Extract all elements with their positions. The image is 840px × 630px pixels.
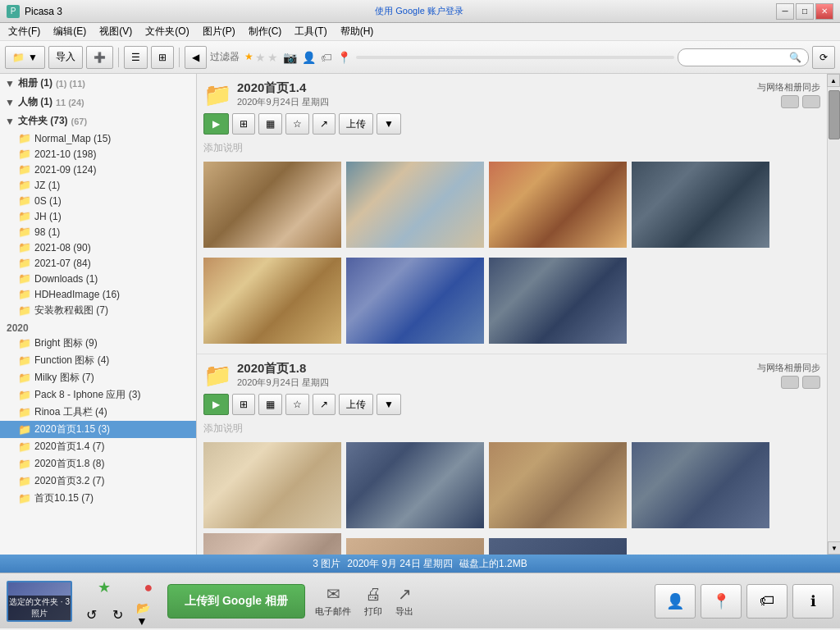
photo-thumb-7[interactable] bbox=[489, 258, 627, 344]
grid-view-button[interactable]: ⊞ bbox=[151, 46, 174, 69]
sidebar-item-2020-3-2[interactable]: 📁2020首页3.2 (7) bbox=[0, 472, 196, 490]
export-btn-1[interactable]: ↗ bbox=[313, 113, 336, 135]
video-btn-2[interactable]: ▦ bbox=[258, 394, 282, 415]
play-slideshow-btn-1[interactable]: ▶ bbox=[203, 113, 229, 135]
photo-thumb-8[interactable] bbox=[203, 442, 341, 528]
sync-toggle-1[interactable] bbox=[781, 95, 799, 108]
maximize-button[interactable]: □ bbox=[796, 3, 814, 20]
sidebar-item-homepage-10-15[interactable]: 📁首页10.15 (7) bbox=[0, 490, 196, 507]
red-circle-btn[interactable]: ● bbox=[136, 576, 161, 600]
star-btn-1[interactable]: ☆ bbox=[285, 113, 309, 135]
sidebar-item-2021-09[interactable]: 📁2021-09 (124) bbox=[0, 162, 196, 177]
sidebar-section-folders[interactable]: ▼ 文件夹 (73) (67) bbox=[0, 112, 196, 130]
album-desc-2[interactable]: 添加说明 bbox=[203, 422, 820, 436]
menu-tools[interactable]: 工具(T) bbox=[290, 23, 331, 40]
menu-edit[interactable]: 编辑(E) bbox=[48, 23, 91, 40]
photo-thumb-4[interactable] bbox=[632, 162, 769, 248]
selected-preview[interactable]: 选定的文件夹 · 3 照片 bbox=[7, 581, 72, 622]
sidebar-section-albums[interactable]: ▼ 相册 (1) (1) (11) bbox=[0, 74, 196, 93]
sidebar-item-milky[interactable]: 📁Milky 图标 (7) bbox=[0, 369, 196, 386]
photo-thumb-12[interactable] bbox=[203, 533, 341, 555]
sidebar-item-rinoa[interactable]: 📁Rinoa 工具栏 (4) bbox=[0, 404, 196, 421]
tag-btn[interactable]: 🏷 bbox=[746, 584, 788, 619]
upload-google-button[interactable]: 上传到 Google 相册 bbox=[167, 584, 305, 619]
geo-btn[interactable]: 📍 bbox=[701, 584, 742, 619]
sidebar-item-2021-08[interactable]: 📁2021-08 (90) bbox=[0, 240, 196, 255]
add-button[interactable]: ➕ bbox=[86, 46, 113, 69]
album-desc-1[interactable]: 添加说明 bbox=[203, 141, 820, 155]
print-icon[interactable]: 🖨 bbox=[365, 585, 381, 604]
sidebar-item-0s[interactable]: 📁0S (1) bbox=[0, 193, 196, 208]
photo-thumb-10[interactable] bbox=[489, 442, 627, 528]
sidebar-item-pack8[interactable]: 📁Pack 8 - Iphone 应用 (3) bbox=[0, 386, 196, 404]
sidebar-item-jz[interactable]: 📁JZ (1) bbox=[0, 177, 196, 193]
sidebar-item-2020-1-15[interactable]: 📁2020首页1.15 (3) bbox=[0, 421, 196, 438]
camera-filter-icon[interactable]: 📷 bbox=[283, 51, 297, 64]
menu-help[interactable]: 帮助(H) bbox=[336, 23, 379, 40]
upload-btn-2[interactable]: 上传 bbox=[339, 394, 373, 415]
menu-folder[interactable]: 文件夹(O) bbox=[140, 23, 194, 40]
minimize-button[interactable]: ─ bbox=[776, 3, 794, 20]
collage-btn-1[interactable]: ⊞ bbox=[232, 113, 255, 135]
sidebar-item-2021-10[interactable]: 📁2021-10 (198) bbox=[0, 146, 196, 162]
photo-thumb-14[interactable] bbox=[489, 538, 627, 555]
photo-thumb-13[interactable] bbox=[346, 538, 484, 555]
google-login-link[interactable]: 使用 Google 账户登录 bbox=[375, 5, 463, 17]
refresh-button[interactable]: ⟳ bbox=[812, 46, 835, 69]
sidebar-item-normalmap[interactable]: 📁Normal_Map (15) bbox=[0, 130, 196, 146]
import-button[interactable]: 导入 bbox=[48, 46, 83, 69]
photo-thumb-1[interactable] bbox=[203, 162, 341, 248]
scrollbar-thumb[interactable] bbox=[829, 90, 840, 139]
sync-btn-1[interactable] bbox=[802, 95, 820, 108]
sync-btn-2[interactable] bbox=[802, 376, 820, 389]
sidebar-item-2021-07[interactable]: 📁2021-07 (84) bbox=[0, 255, 196, 271]
geo-filter-icon[interactable]: 📍 bbox=[337, 51, 351, 64]
menu-file[interactable]: 文件(F) bbox=[3, 23, 45, 40]
people-btn[interactable]: 👤 bbox=[655, 584, 696, 619]
photo-thumb-11[interactable] bbox=[632, 442, 769, 528]
email-icon[interactable]: ✉ bbox=[326, 584, 340, 604]
search-button[interactable]: 🔍 bbox=[786, 48, 804, 66]
menu-view[interactable]: 视图(V) bbox=[94, 23, 137, 40]
sync-toggle-2[interactable] bbox=[781, 376, 799, 389]
sidebar-item-downloads[interactable]: 📁Downloads (1) bbox=[0, 271, 196, 286]
collage-btn-2[interactable]: ⊞ bbox=[232, 394, 255, 415]
close-button[interactable]: ✕ bbox=[815, 3, 833, 20]
sidebar-item-2020-1-8[interactable]: 📁2020首页1.8 (8) bbox=[0, 455, 196, 472]
sidebar-item-2020-1-4[interactable]: 📁2020首页1.4 (7) bbox=[0, 438, 196, 455]
upload-dropdown-1[interactable]: ▼ bbox=[377, 113, 401, 135]
photo-thumb-3[interactable] bbox=[489, 162, 627, 248]
sidebar-item-hdheadimage[interactable]: 📁HDHeadImage (16) bbox=[0, 286, 196, 302]
star-2[interactable]: ★ bbox=[255, 51, 266, 64]
star-1[interactable]: ★ bbox=[244, 51, 253, 64]
star-3[interactable]: ★ bbox=[267, 51, 278, 64]
sidebar-item-98[interactable]: 📁98 (1) bbox=[0, 224, 196, 240]
info-btn[interactable]: ℹ bbox=[792, 584, 833, 619]
upload-btn-1[interactable]: 上传 bbox=[339, 113, 373, 135]
photo-thumb-9[interactable] bbox=[346, 442, 484, 528]
upload-dropdown-2[interactable]: ▼ bbox=[377, 394, 401, 415]
export-icon[interactable]: ↗ bbox=[398, 584, 412, 604]
person-filter-icon[interactable]: 👤 bbox=[302, 51, 316, 64]
star-select-btn[interactable]: ★ bbox=[92, 575, 116, 600]
sidebar-section-people[interactable]: ▼ 人物 (1) 11 (24) bbox=[0, 93, 196, 112]
rotate-right-btn[interactable]: ↻ bbox=[105, 603, 130, 628]
back-button[interactable]: ◀ bbox=[185, 46, 207, 69]
menu-photo[interactable]: 图片(P) bbox=[198, 23, 240, 40]
video-btn-1[interactable]: ▦ bbox=[258, 113, 282, 135]
folder-down-btn[interactable]: 📂▼ bbox=[136, 602, 161, 627]
sidebar-item-function[interactable]: 📁Function 图标 (4) bbox=[0, 352, 196, 369]
scroll-down-arrow[interactable]: ▼ bbox=[828, 541, 840, 555]
folder-selector-button[interactable]: 📁 ▼ bbox=[5, 46, 45, 69]
play-slideshow-btn-2[interactable]: ▶ bbox=[203, 394, 229, 415]
sidebar-item-install-tutorial[interactable]: 📁安装教程截图 (7) bbox=[0, 302, 196, 319]
photo-thumb-5[interactable] bbox=[203, 258, 341, 344]
tag-filter-icon[interactable]: 🏷 bbox=[321, 51, 332, 64]
filter-slider[interactable] bbox=[356, 56, 674, 59]
star-btn-2[interactable]: ☆ bbox=[285, 394, 309, 415]
menu-create[interactable]: 制作(C) bbox=[244, 23, 287, 40]
photo-thumb-6[interactable] bbox=[346, 258, 484, 344]
sidebar-item-jh[interactable]: 📁JH (1) bbox=[0, 208, 196, 224]
sidebar-item-bright[interactable]: 📁Bright 图标 (9) bbox=[0, 335, 196, 352]
list-view-button[interactable]: ☰ bbox=[124, 46, 148, 69]
